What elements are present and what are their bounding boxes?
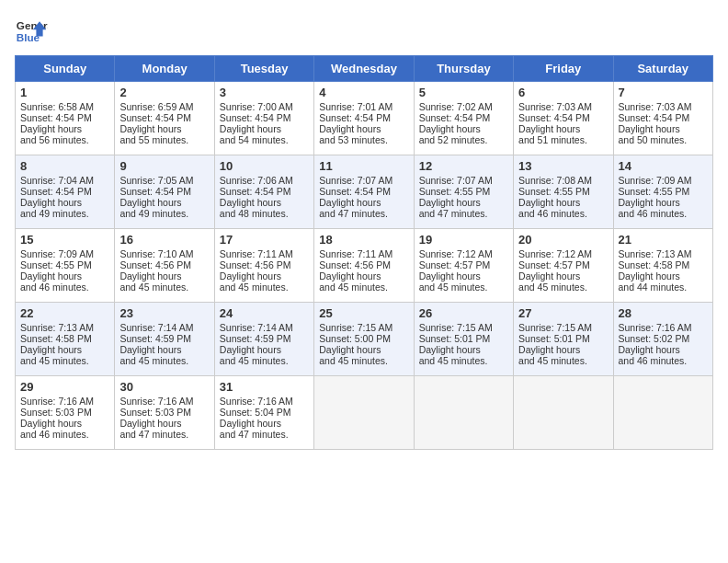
daylight-label: Daylight hours — [619, 123, 680, 134]
daylight-value: and 47 minutes. — [220, 429, 289, 440]
day-number: 29 — [20, 380, 109, 394]
day-number: 28 — [619, 306, 708, 320]
sunrise-text: Sunrise: 7:07 AM — [419, 175, 493, 186]
calendar-cell: 19Sunrise: 7:12 AMSunset: 4:57 PMDayligh… — [414, 229, 513, 303]
calendar-cell: 16Sunrise: 7:10 AMSunset: 4:56 PMDayligh… — [115, 229, 214, 303]
calendar-cell: 14Sunrise: 7:09 AMSunset: 4:55 PMDayligh… — [613, 155, 712, 229]
calendar-cell: 2Sunrise: 6:59 AMSunset: 4:54 PMDaylight… — [115, 82, 214, 155]
calendar-cell: 23Sunrise: 7:14 AMSunset: 4:59 PMDayligh… — [115, 303, 214, 376]
calendar-cell: 7Sunrise: 7:03 AMSunset: 4:54 PMDaylight… — [613, 82, 712, 155]
calendar-cell: 27Sunrise: 7:15 AMSunset: 5:01 PMDayligh… — [514, 303, 613, 376]
sunrise-text: Sunrise: 7:14 AM — [220, 322, 293, 333]
day-number: 11 — [319, 159, 408, 173]
calendar-cell: 18Sunrise: 7:11 AMSunset: 4:56 PMDayligh… — [314, 229, 414, 303]
calendar-cell: 9Sunrise: 7:05 AMSunset: 4:54 PMDaylight… — [115, 155, 214, 229]
sunrise-text: Sunrise: 7:03 AM — [518, 101, 592, 112]
sunrise-text: Sunrise: 7:16 AM — [220, 396, 293, 407]
daylight-value: and 47 minutes. — [419, 208, 488, 219]
daylight-value: and 49 minutes. — [20, 208, 89, 219]
sunset-text: Sunset: 5:01 PM — [419, 333, 491, 344]
sunrise-text: Sunrise: 7:06 AM — [220, 175, 293, 186]
daylight-value: and 45 minutes. — [119, 282, 188, 293]
daylight-value: and 45 minutes. — [419, 282, 488, 293]
calendar-cell — [613, 376, 712, 450]
day-number: 10 — [220, 159, 309, 173]
day-number: 25 — [319, 306, 408, 320]
daylight-label: Daylight hours — [20, 270, 82, 282]
sunset-text: Sunset: 4:55 PM — [619, 186, 690, 197]
daylight-label: Daylight hours — [319, 197, 381, 208]
daylight-value: and 45 minutes. — [20, 355, 89, 366]
calendar-cell: 17Sunrise: 7:11 AMSunset: 4:56 PMDayligh… — [214, 229, 313, 303]
sunrise-text: Sunrise: 7:00 AM — [220, 101, 293, 112]
sunset-text: Sunset: 4:55 PM — [20, 259, 92, 270]
day-number: 27 — [518, 306, 608, 320]
day-number: 5 — [419, 86, 508, 99]
daylight-value: and 45 minutes. — [119, 355, 188, 366]
calendar-cell: 25Sunrise: 7:15 AMSunset: 5:00 PMDayligh… — [314, 303, 414, 376]
daylight-label: Daylight hours — [220, 418, 281, 429]
sunrise-text: Sunrise: 7:09 AM — [619, 175, 692, 186]
daylight-value: and 52 minutes. — [419, 134, 488, 145]
daylight-value: and 49 minutes. — [119, 208, 188, 219]
calendar-cell: 12Sunrise: 7:07 AMSunset: 4:55 PMDayligh… — [414, 155, 513, 229]
calendar-cell: 30Sunrise: 7:16 AMSunset: 5:03 PMDayligh… — [115, 376, 214, 450]
day-number: 15 — [20, 233, 109, 247]
daylight-value: and 45 minutes. — [518, 282, 587, 293]
day-number: 31 — [220, 380, 309, 394]
sunset-text: Sunset: 4:56 PM — [319, 259, 391, 270]
day-number: 17 — [220, 233, 309, 247]
week-row-3: 15Sunrise: 7:09 AMSunset: 4:55 PMDayligh… — [16, 229, 713, 303]
sunset-text: Sunset: 5:03 PM — [119, 407, 191, 418]
calendar-cell: 13Sunrise: 7:08 AMSunset: 4:55 PMDayligh… — [514, 155, 613, 229]
sunrise-text: Sunrise: 7:01 AM — [319, 101, 392, 112]
sunrise-text: Sunrise: 7:13 AM — [619, 248, 692, 259]
day-number: 8 — [20, 159, 109, 173]
daylight-value: and 45 minutes. — [518, 355, 587, 366]
day-number: 9 — [119, 159, 209, 173]
day-number: 14 — [619, 159, 708, 173]
calendar-cell: 1Sunrise: 6:58 AMSunset: 4:54 PMDaylight… — [16, 82, 115, 155]
logo-icon: General Blue — [15, 15, 48, 48]
sunset-text: Sunset: 5:03 PM — [20, 407, 92, 418]
daylight-value: and 45 minutes. — [319, 282, 388, 293]
daylight-label: Daylight hours — [518, 123, 580, 134]
daylight-label: Daylight hours — [20, 418, 82, 429]
sunset-text: Sunset: 4:54 PM — [419, 112, 491, 123]
sunset-text: Sunset: 5:01 PM — [518, 333, 590, 344]
daylight-label: Daylight hours — [619, 197, 680, 208]
daylight-value: and 46 minutes. — [20, 429, 89, 440]
day-header-thursday: Thursday — [414, 56, 513, 82]
sunrise-text: Sunrise: 6:59 AM — [119, 101, 193, 112]
day-number: 24 — [220, 306, 309, 320]
daylight-label: Daylight hours — [119, 344, 181, 355]
week-row-5: 29Sunrise: 7:16 AMSunset: 5:03 PMDayligh… — [16, 376, 713, 450]
sunset-text: Sunset: 4:54 PM — [220, 186, 291, 197]
sunset-text: Sunset: 5:00 PM — [319, 333, 391, 344]
sunset-text: Sunset: 4:59 PM — [220, 333, 291, 344]
calendar-cell: 21Sunrise: 7:13 AMSunset: 4:58 PMDayligh… — [613, 229, 712, 303]
sunrise-text: Sunrise: 7:08 AM — [518, 175, 592, 186]
daylight-label: Daylight hours — [20, 123, 82, 134]
sunset-text: Sunset: 4:54 PM — [119, 112, 191, 123]
day-number: 30 — [119, 380, 209, 394]
sunset-text: Sunset: 4:56 PM — [220, 259, 291, 270]
calendar-cell: 4Sunrise: 7:01 AMSunset: 4:54 PMDaylight… — [314, 82, 414, 155]
daylight-label: Daylight hours — [119, 270, 181, 282]
sunrise-text: Sunrise: 7:07 AM — [319, 175, 392, 186]
day-header-wednesday: Wednesday — [314, 56, 414, 82]
day-header-tuesday: Tuesday — [214, 56, 313, 82]
sunset-text: Sunset: 4:57 PM — [518, 259, 590, 270]
daylight-label: Daylight hours — [419, 270, 481, 282]
logo: General Blue — [15, 15, 48, 48]
sunrise-text: Sunrise: 7:16 AM — [619, 322, 692, 333]
calendar-cell — [514, 376, 613, 450]
svg-text:General: General — [17, 19, 48, 31]
daylight-label: Daylight hours — [419, 123, 481, 134]
sunset-text: Sunset: 4:58 PM — [619, 259, 690, 270]
day-number: 6 — [518, 86, 608, 99]
daylight-value: and 45 minutes. — [419, 355, 488, 366]
daylight-label: Daylight hours — [220, 270, 281, 282]
calendar-cell: 10Sunrise: 7:06 AMSunset: 4:54 PMDayligh… — [214, 155, 313, 229]
sunset-text: Sunset: 4:54 PM — [20, 186, 92, 197]
